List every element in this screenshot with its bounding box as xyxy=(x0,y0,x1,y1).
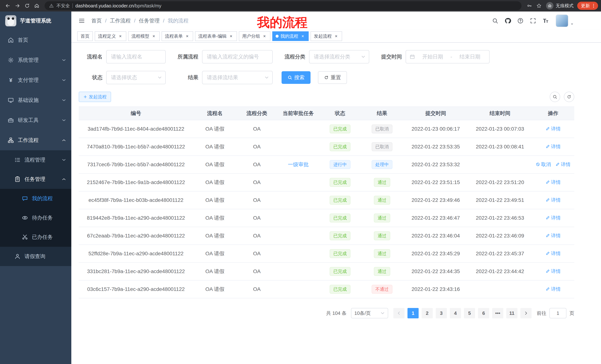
refresh-table-button[interactable] xyxy=(564,92,574,102)
url-text: dashboard.yudao.iocoder.cn/bpm/task/my xyxy=(75,3,161,9)
status-badge: 已完成 xyxy=(330,196,351,205)
sidebar-item-infra[interactable]: 基础设施 xyxy=(0,90,71,110)
tag-chip[interactable]: 首页 × xyxy=(77,31,93,41)
tag-chip[interactable]: 流程模型 × xyxy=(128,31,160,41)
tag-chip[interactable]: 流程定义 × xyxy=(95,31,126,41)
page-number-button[interactable]: 2 xyxy=(421,308,433,318)
close-icon[interactable]: × xyxy=(118,34,123,39)
tag-chip[interactable]: 流程表单-编辑 × xyxy=(195,31,237,41)
cell-result: 已取消 xyxy=(361,125,403,133)
sidebar-item-my-process[interactable]: 我的流程 xyxy=(0,189,71,208)
column-header: 编号 xyxy=(79,110,193,117)
back-button[interactable] xyxy=(3,1,13,10)
page-number-button[interactable]: 5 xyxy=(464,308,475,318)
breadcrumb-item[interactable]: 首页 xyxy=(91,17,102,24)
user-menu[interactable] xyxy=(556,14,574,27)
tags-view: 首页 × 流程定义 × 流程模型 × xyxy=(71,30,601,43)
sidebar-toggle-button[interactable] xyxy=(77,16,87,26)
filter-row-1: 流程名 所属流程 流程分类 请选择流程分类 xyxy=(79,50,574,63)
prev-page-button[interactable] xyxy=(393,308,404,318)
detail-link[interactable]: 详情 xyxy=(545,286,561,292)
sidebar-item-system[interactable]: 系统管理 xyxy=(0,50,71,70)
reset-button[interactable]: 重置 xyxy=(318,71,347,84)
cell-submit-time: 2022-01-22 23:53:35 xyxy=(403,144,468,150)
breadcrumb-item[interactable]: 工作流程 xyxy=(102,17,131,24)
reload-button[interactable] xyxy=(22,1,32,10)
owner-process-input[interactable] xyxy=(202,50,273,63)
filter-row-2: 状态 请选择状态 结果 请选择流结果 xyxy=(79,71,574,84)
status-select[interactable]: 请选择状态 xyxy=(106,71,166,84)
help-button[interactable] xyxy=(515,15,526,26)
edit-icon xyxy=(555,162,560,167)
search-button[interactable]: 搜索 xyxy=(281,71,311,84)
detail-link[interactable]: 详情 xyxy=(545,232,561,239)
page-number-button[interactable]: 4 xyxy=(450,308,461,318)
sidebar-item-devtools[interactable]: 研发工具 xyxy=(0,110,71,130)
category-label: 流程分类 xyxy=(281,53,305,60)
header-search-button[interactable] xyxy=(490,15,501,26)
password-key-button[interactable] xyxy=(524,1,534,10)
forward-button[interactable] xyxy=(13,1,22,10)
breadcrumb-item[interactable]: 我的流程 xyxy=(160,17,189,24)
show-search-button[interactable] xyxy=(550,92,560,102)
tag-chip[interactable]: 我的流程 × xyxy=(272,31,309,41)
detail-link[interactable]: 详情 xyxy=(545,268,561,275)
close-icon[interactable]: × xyxy=(151,34,156,39)
detail-link[interactable]: 详情 xyxy=(555,161,571,168)
table-row: 3ad174fb-7b9d-11ec-8404-acde48001122 OA … xyxy=(79,120,574,138)
close-icon[interactable]: × xyxy=(334,34,339,39)
cell-end-time: 2022-01-23 00:07:03 xyxy=(468,126,532,132)
fullscreen-button[interactable] xyxy=(527,15,539,26)
page-size-select[interactable]: 10条/页 xyxy=(351,308,388,318)
detail-link[interactable]: 详情 xyxy=(545,197,561,203)
tag-chip[interactable]: 发起流程 × xyxy=(311,31,342,41)
detail-link[interactable]: 详情 xyxy=(545,250,561,257)
page-number-button[interactable]: ••• xyxy=(492,308,503,318)
sidebar-item-payment[interactable]: ¥ 支付管理 xyxy=(0,70,71,90)
address-bar[interactable]: 不安全 dashboard.yudao.iocoder.cn/bpm/task/… xyxy=(45,1,521,10)
bookmark-star-button[interactable] xyxy=(534,1,544,10)
close-icon[interactable]: × xyxy=(300,34,305,39)
detail-link[interactable]: 详情 xyxy=(545,179,561,185)
next-page-button[interactable] xyxy=(521,308,531,318)
sidebar-item-todo-task[interactable]: 待办任务 xyxy=(0,208,71,228)
page-number-button[interactable]: 6 xyxy=(478,308,489,318)
sidebar-item-done-task[interactable]: 已办任务 xyxy=(0,228,71,247)
update-button[interactable]: 更新 xyxy=(577,2,598,10)
detail-link[interactable]: 详情 xyxy=(545,126,561,132)
sidebar: 芋道管理系统 首页 系统管理 ¥ 支付管理 基础设施 xyxy=(0,11,71,364)
breadcrumb-item[interactable]: 任务管理 xyxy=(131,17,160,24)
sidebar-item-workflow[interactable]: 工作流程 xyxy=(0,130,71,150)
browser-home-button[interactable] xyxy=(32,1,42,10)
caret-down-icon xyxy=(570,22,574,26)
tag-chip[interactable]: 流程表单 × xyxy=(161,31,193,41)
sidebar-item-leave-query[interactable]: 请假查询 xyxy=(0,247,71,266)
page-number-button[interactable]: 3 xyxy=(436,308,447,318)
date-range-picker[interactable]: 开始日期 - 结束日期 xyxy=(406,50,490,63)
result-select[interactable]: 请选择流结果 xyxy=(202,71,273,84)
start-process-button[interactable]: 发起流程 xyxy=(79,92,111,102)
sidebar-item-home[interactable]: 首页 xyxy=(0,30,71,50)
process-name-input[interactable] xyxy=(106,50,166,63)
github-button[interactable] xyxy=(502,15,513,26)
app-logo[interactable]: 芋道管理系统 xyxy=(0,11,71,30)
close-icon[interactable]: × xyxy=(262,34,267,39)
goto-page-input[interactable] xyxy=(549,308,566,318)
page-number-button[interactable]: 1 xyxy=(408,308,419,318)
tag-chip[interactable]: 用户分组 × xyxy=(239,31,270,41)
close-icon[interactable]: × xyxy=(185,34,190,39)
category-select[interactable]: 请选择流程分类 xyxy=(309,50,369,63)
cell-status: 已完成 xyxy=(320,267,361,276)
current-task-link[interactable]: 一级审批 xyxy=(288,161,309,168)
cancel-link[interactable]: 取消 xyxy=(536,161,551,168)
sidebar-item-process-mgmt[interactable]: 流程管理 xyxy=(0,150,71,170)
sidebar-item-task-mgmt[interactable]: 任务管理 xyxy=(0,170,71,189)
user-icon xyxy=(14,253,21,260)
detail-link[interactable]: 详情 xyxy=(545,215,561,221)
detail-link[interactable]: 详情 xyxy=(545,144,561,150)
fullscreen-icon xyxy=(530,18,536,24)
close-icon[interactable]: × xyxy=(229,34,234,39)
column-header: 操作 xyxy=(532,110,574,117)
page-number-button[interactable]: 11 xyxy=(506,308,517,318)
font-size-button[interactable] xyxy=(540,15,551,26)
